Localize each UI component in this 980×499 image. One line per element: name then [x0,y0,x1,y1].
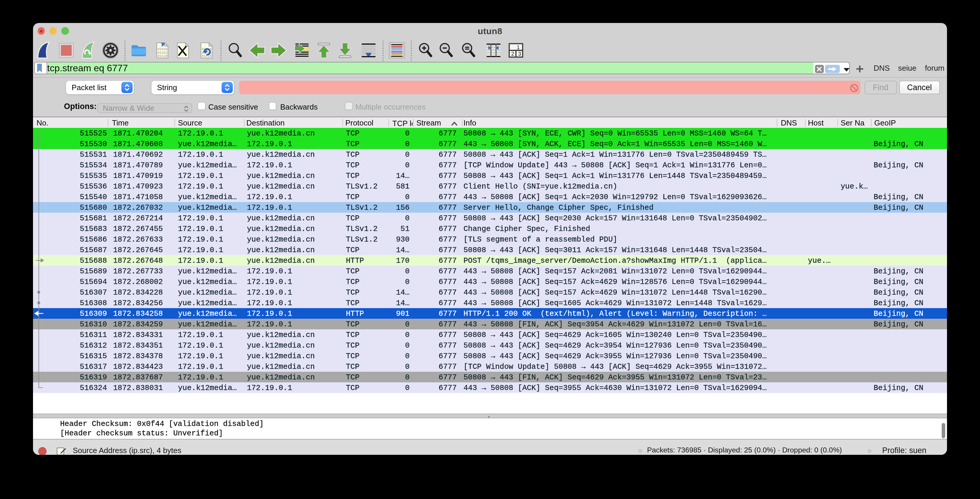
svg-text:01010: 01010 [158,47,167,51]
svg-text:01101: 01101 [158,51,167,54]
svg-text:01110: 01110 [158,54,167,57]
svg-text:2: 2 [511,51,514,57]
svg-text:1: 1 [517,44,519,50]
svg-text:3: 3 [518,51,521,57]
